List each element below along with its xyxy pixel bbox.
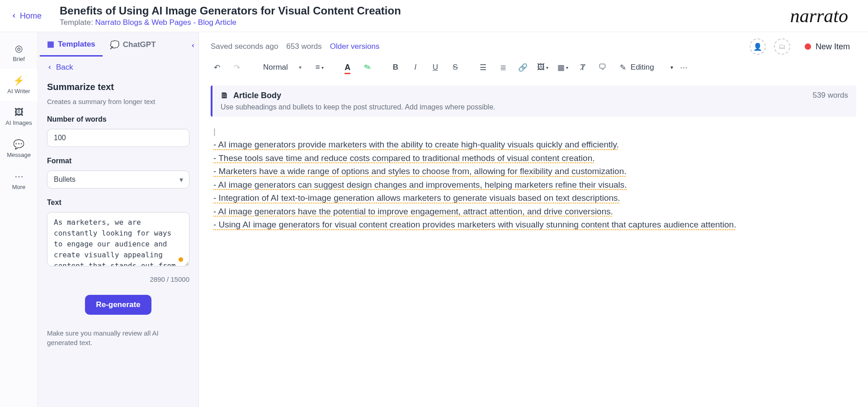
editor-top-bar: Saved seconds ago 653 words Older versio… (199, 32, 868, 57)
bolt-icon: ⚡ (13, 75, 24, 86)
dots-icon: ⋯ (14, 171, 24, 182)
section-title: Summarize text (47, 82, 189, 92)
editing-mode-select[interactable]: ✎ Editing ▾ (620, 63, 673, 72)
undo-icon: ↶ (214, 63, 220, 72)
paragraph-style-select[interactable]: Normal ▾ (256, 59, 309, 76)
list-item: - These tools save time and reduce costs… (213, 151, 854, 165)
rail-message[interactable]: 💬 Message (0, 133, 38, 165)
article-subtitle: Use subheadings and bullets to keep the … (221, 103, 495, 111)
mode-label: Editing (631, 63, 654, 72)
strike-icon: S (453, 63, 458, 72)
rail-label: More (12, 184, 26, 190)
bold-button[interactable]: B (387, 59, 405, 76)
strike-button[interactable]: S (446, 59, 464, 76)
list-item: - Using AI image generators for visual c… (213, 218, 854, 231)
bullet-list-button[interactable]: ☰ (474, 59, 492, 76)
template-link[interactable]: Narrato Blogs & Web Pages - Blog Article (95, 18, 236, 27)
clear-format-icon: Ⱦ (580, 63, 585, 72)
brand-logo: narrato (790, 5, 859, 27)
chevron-left-icon (190, 42, 196, 49)
format-label: Format (47, 157, 189, 165)
link-icon: 🔗 (518, 63, 528, 72)
italic-button[interactable]: I (406, 59, 425, 76)
redo-icon: ↷ (234, 63, 240, 72)
rail-more[interactable]: ⋯ More (0, 165, 38, 197)
link-button[interactable]: 🔗 (514, 59, 532, 76)
rail-label: AI Images (5, 119, 32, 126)
clear-format-button[interactable]: Ⱦ (574, 59, 592, 76)
collapse-panel-button[interactable] (187, 37, 199, 55)
align-button[interactable]: ≡▾ (311, 59, 329, 76)
add-collaborator-button[interactable]: 👤 (750, 38, 766, 55)
tab-templates[interactable]: ▦ Templates (40, 33, 103, 57)
numbered-list-icon: ≣ (500, 63, 506, 72)
chevron-down-icon: ▾ (321, 65, 324, 70)
rail-ai-images[interactable]: 🖼 AI Images (0, 101, 38, 133)
italic-icon: I (414, 63, 416, 72)
underline-icon: U (433, 63, 438, 72)
rail-label: Brief (13, 56, 25, 62)
rail-ai-writer[interactable]: ⚡ AI Writer (0, 69, 38, 101)
article-title: Article Body (233, 91, 281, 100)
resize-dot-icon (179, 257, 183, 262)
top-header: Home Benefits of Using AI Image Generato… (0, 0, 868, 32)
status-dropdown[interactable]: New Item (798, 39, 856, 54)
rail-brief[interactable]: ◎ Brief (0, 37, 38, 69)
status-label: New Item (816, 42, 850, 52)
chevron-down-icon: ▾ (566, 65, 568, 70)
chevron-down-icon: ▾ (670, 64, 673, 71)
section-description: Creates a summary from longer text (47, 98, 189, 105)
dots-icon: ⋯ (680, 63, 688, 72)
list-item: - Integration of AI text-to-image genera… (213, 191, 854, 204)
article-word-count: 539 words (813, 91, 848, 100)
list-item: - Marketers have a wide range of options… (213, 165, 854, 178)
user-plus-icon: 👤 (753, 43, 762, 51)
header-title-block: Benefits of Using AI Image Generators fo… (60, 5, 790, 27)
chevron-left-icon (11, 13, 17, 19)
undo-button[interactable]: ↶ (208, 59, 226, 76)
underline-button[interactable]: U (426, 59, 444, 76)
older-versions-link[interactable]: Older versions (330, 42, 380, 51)
pencil-icon: ✎ (620, 63, 626, 72)
rail-label: AI Writer (7, 88, 30, 95)
num-words-input[interactable] (47, 129, 189, 147)
style-label: Normal (263, 63, 288, 72)
tab-label: ChatGPT (123, 40, 156, 49)
text-label: Text (47, 199, 189, 207)
more-toolbar-button[interactable]: ⋯ (675, 59, 693, 76)
comment-button[interactable]: 🗨 (594, 59, 612, 76)
back-button[interactable]: Back (47, 63, 189, 72)
list-item: - AI image generators can suggest design… (213, 178, 854, 191)
regenerate-button[interactable]: Re-generate (85, 295, 151, 315)
page-title: Benefits of Using AI Image Generators fo… (60, 5, 790, 17)
add-folder-button[interactable]: 🗂 (774, 38, 790, 55)
tab-label: Templates (58, 40, 95, 49)
article-content[interactable]: | - AI image generators provide marketer… (211, 117, 856, 240)
table-button[interactable]: ▦▾ (554, 59, 572, 76)
left-rail: ◎ Brief ⚡ AI Writer 🖼 AI Images 💬 Messag… (0, 32, 38, 407)
status-dot-icon (805, 43, 811, 50)
image-button[interactable]: 🖼▾ (534, 59, 552, 76)
home-button[interactable]: Home (5, 9, 47, 24)
ai-footer-note: Make sure you manually review all AI gen… (47, 328, 189, 347)
redo-button[interactable]: ↷ (228, 59, 246, 76)
list-item: - AI image generators provide marketers … (213, 138, 854, 151)
editor-toolbar: ↶ ↷ Normal ▾ ≡▾ A ✎ B I U S ☰ ≣ 🔗 (199, 57, 868, 81)
list-item: - AI image generators have the potential… (213, 205, 854, 218)
number-list-button[interactable]: ≣ (494, 59, 512, 76)
highlighter-icon: ✎ (363, 62, 373, 73)
highlight-button[interactable]: ✎ (359, 59, 377, 76)
document-icon: 🗎 (221, 91, 229, 100)
bullet-list-icon: ☰ (480, 63, 486, 72)
format-select[interactable]: Bullets (47, 170, 189, 189)
tab-chatgpt[interactable]: 💭 ChatGPT (103, 34, 163, 56)
align-left-icon: ≡ (316, 63, 320, 72)
text-color-button[interactable]: A (339, 59, 357, 76)
comment-icon: 🗨 (599, 63, 606, 72)
image-icon: 🖼 (14, 107, 24, 118)
home-label: Home (20, 11, 42, 21)
article-body-header: 🗎 Article Body Use subheadings and bulle… (211, 85, 856, 117)
text-input[interactable] (47, 212, 189, 266)
target-icon: ◎ (15, 43, 23, 54)
ai-panel: ▦ Templates 💭 ChatGPT Back Summarize tex… (38, 32, 199, 407)
